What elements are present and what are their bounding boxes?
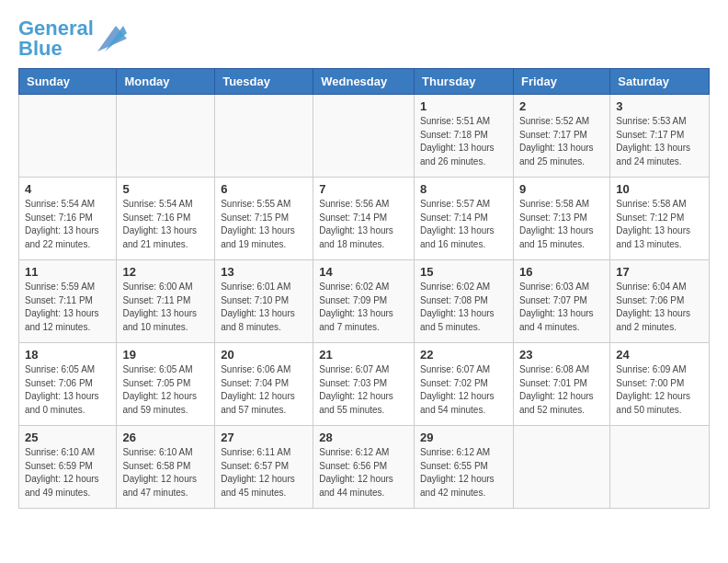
day-info: Sunrise: 6:07 AMSunset: 7:03 PMDaylight:… [319,363,408,417]
day-number: 5 [122,182,209,196]
day-info: Sunrise: 5:59 AMSunset: 7:11 PMDaylight:… [25,281,110,334]
day-number: 2 [519,99,604,113]
calendar-cell: 19Sunrise: 6:05 AMSunset: 7:05 PMDayligh… [117,343,215,426]
day-number: 19 [122,348,209,362]
calendar-cell [513,426,609,509]
day-info: Sunrise: 5:56 AMSunset: 7:14 PMDaylight:… [319,198,408,251]
day-number: 20 [221,348,307,362]
logo-arrow-icon [97,26,127,52]
day-info: Sunrise: 5:53 AMSunset: 7:17 PMDaylight:… [616,115,703,168]
day-info: Sunrise: 6:05 AMSunset: 7:06 PMDaylight:… [25,363,110,417]
week-row-4: 18Sunrise: 6:05 AMSunset: 7:06 PMDayligh… [19,343,710,426]
week-row-2: 4Sunrise: 5:54 AMSunset: 7:16 PMDaylight… [19,178,710,260]
day-number: 25 [25,431,110,444]
logo-subtext: Blue [18,39,94,59]
column-header-saturday: Saturday [610,69,710,95]
day-info: Sunrise: 6:07 AMSunset: 7:02 PMDaylight:… [420,363,507,417]
calendar-cell [215,95,313,178]
day-number: 4 [25,182,110,196]
day-info: Sunrise: 6:05 AMSunset: 7:05 PMDaylight:… [122,363,209,417]
day-info: Sunrise: 5:58 AMSunset: 7:12 PMDaylight:… [616,198,703,251]
day-info: Sunrise: 6:12 AMSunset: 6:56 PMDaylight:… [319,446,408,500]
calendar-cell: 25Sunrise: 6:10 AMSunset: 6:59 PMDayligh… [19,426,117,509]
day-info: Sunrise: 6:02 AMSunset: 7:09 PMDaylight:… [319,281,408,334]
day-info: Sunrise: 6:10 AMSunset: 6:58 PMDaylight:… [122,446,209,500]
day-number: 18 [25,348,110,362]
calendar-cell: 6Sunrise: 5:55 AMSunset: 7:15 PMDaylight… [215,178,313,260]
calendar-cell: 24Sunrise: 6:09 AMSunset: 7:00 PMDayligh… [610,343,710,426]
calendar-cell: 3Sunrise: 5:53 AMSunset: 7:17 PMDaylight… [610,95,710,178]
calendar-cell: 18Sunrise: 6:05 AMSunset: 7:06 PMDayligh… [19,343,117,426]
calendar-cell: 4Sunrise: 5:54 AMSunset: 7:16 PMDaylight… [19,178,117,260]
calendar-cell: 7Sunrise: 5:56 AMSunset: 7:14 PMDaylight… [313,178,415,260]
day-number: 1 [420,99,507,113]
day-info: Sunrise: 5:57 AMSunset: 7:14 PMDaylight:… [420,198,507,251]
day-info: Sunrise: 6:10 AMSunset: 6:59 PMDaylight:… [25,446,110,500]
day-info: Sunrise: 6:03 AMSunset: 7:07 PMDaylight:… [519,281,604,334]
day-number: 3 [616,99,703,113]
calendar-cell [19,95,117,178]
day-number: 6 [221,182,307,196]
calendar-cell [313,95,415,178]
calendar-cell [610,426,710,509]
day-info: Sunrise: 5:51 AMSunset: 7:18 PMDaylight:… [420,115,507,168]
calendar-cell: 10Sunrise: 5:58 AMSunset: 7:12 PMDayligh… [610,178,710,260]
day-number: 12 [122,265,209,279]
column-header-wednesday: Wednesday [313,69,415,95]
calendar-cell: 26Sunrise: 6:10 AMSunset: 6:58 PMDayligh… [117,426,215,509]
day-number: 28 [319,431,408,444]
day-info: Sunrise: 6:02 AMSunset: 7:08 PMDaylight:… [420,281,507,334]
calendar-cell: 1Sunrise: 5:51 AMSunset: 7:18 PMDaylight… [415,95,514,178]
day-info: Sunrise: 6:01 AMSunset: 7:10 PMDaylight:… [221,281,307,334]
day-info: Sunrise: 5:58 AMSunset: 7:13 PMDaylight:… [519,198,604,251]
day-info: Sunrise: 6:11 AMSunset: 6:57 PMDaylight:… [221,446,307,500]
day-number: 7 [319,182,408,196]
calendar-cell: 12Sunrise: 6:00 AMSunset: 7:11 PMDayligh… [117,260,215,343]
calendar-body: 1Sunrise: 5:51 AMSunset: 7:18 PMDaylight… [19,95,710,509]
day-number: 21 [319,348,408,362]
day-number: 13 [221,265,307,279]
column-header-tuesday: Tuesday [215,69,313,95]
day-number: 23 [519,348,604,362]
calendar-cell: 29Sunrise: 6:12 AMSunset: 6:55 PMDayligh… [415,426,514,509]
day-info: Sunrise: 5:55 AMSunset: 7:15 PMDaylight:… [221,198,307,251]
column-headers: SundayMondayTuesdayWednesdayThursdayFrid… [19,69,710,95]
day-number: 27 [221,431,307,444]
calendar-cell: 15Sunrise: 6:02 AMSunset: 7:08 PMDayligh… [415,260,514,343]
calendar-cell: 5Sunrise: 5:54 AMSunset: 7:16 PMDaylight… [117,178,215,260]
calendar-cell: 27Sunrise: 6:11 AMSunset: 6:57 PMDayligh… [215,426,313,509]
calendar-cell: 21Sunrise: 6:07 AMSunset: 7:03 PMDayligh… [313,343,415,426]
calendar-cell: 2Sunrise: 5:52 AMSunset: 7:17 PMDaylight… [513,95,609,178]
day-number: 15 [420,265,507,279]
column-header-sunday: Sunday [19,69,117,95]
calendar-cell: 14Sunrise: 6:02 AMSunset: 7:09 PMDayligh… [313,260,415,343]
calendar-cell: 16Sunrise: 6:03 AMSunset: 7:07 PMDayligh… [513,260,609,343]
day-number: 16 [519,265,604,279]
day-info: Sunrise: 6:04 AMSunset: 7:06 PMDaylight:… [616,281,703,334]
calendar-cell: 20Sunrise: 6:06 AMSunset: 7:04 PMDayligh… [215,343,313,426]
day-info: Sunrise: 6:00 AMSunset: 7:11 PMDaylight:… [122,281,209,334]
day-number: 10 [616,182,703,196]
day-info: Sunrise: 5:54 AMSunset: 7:16 PMDaylight:… [122,198,209,251]
day-number: 24 [616,348,703,362]
day-info: Sunrise: 6:09 AMSunset: 7:00 PMDaylight:… [616,363,703,417]
logo-text: General [18,18,94,39]
calendar-cell: 13Sunrise: 6:01 AMSunset: 7:10 PMDayligh… [215,260,313,343]
day-info: Sunrise: 5:54 AMSunset: 7:16 PMDaylight:… [25,198,110,251]
calendar-cell: 8Sunrise: 5:57 AMSunset: 7:14 PMDaylight… [415,178,514,260]
calendar-cell [117,95,215,178]
week-row-3: 11Sunrise: 5:59 AMSunset: 7:11 PMDayligh… [19,260,710,343]
day-number: 26 [122,431,209,444]
day-info: Sunrise: 6:06 AMSunset: 7:04 PMDaylight:… [221,363,307,417]
day-number: 8 [420,182,507,196]
calendar-cell: 22Sunrise: 6:07 AMSunset: 7:02 PMDayligh… [415,343,514,426]
day-number: 29 [420,431,507,444]
day-number: 14 [319,265,408,279]
day-info: Sunrise: 5:52 AMSunset: 7:17 PMDaylight:… [519,115,604,168]
week-row-5: 25Sunrise: 6:10 AMSunset: 6:59 PMDayligh… [19,426,710,509]
column-header-monday: Monday [117,69,215,95]
day-info: Sunrise: 6:08 AMSunset: 7:01 PMDaylight:… [519,363,604,417]
calendar-cell: 11Sunrise: 5:59 AMSunset: 7:11 PMDayligh… [19,260,117,343]
page-header: General Blue [18,18,710,59]
logo: General Blue [18,18,127,59]
